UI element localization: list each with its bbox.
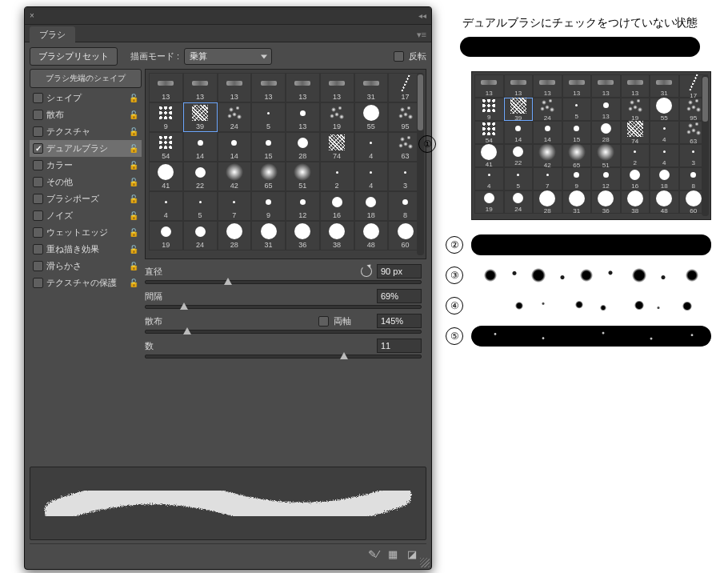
brush-cell[interactable]: 42 [218,162,252,191]
brush-cell[interactable]: 18 [354,191,389,221]
brush-cell[interactable]: 19 [320,102,354,132]
lock-icon[interactable]: 🔓 [129,178,138,186]
panel-menu-icon[interactable]: ▾≡ [417,30,431,40]
brush-cell[interactable]: 19 [149,221,183,250]
option-10[interactable]: 滑らかさ🔓 [30,258,142,274]
resize-handle[interactable] [420,558,430,567]
brush-cell[interactable]: 39 [183,102,218,132]
brush-cell[interactable]: 4 [354,132,389,162]
option-checkbox[interactable] [33,160,43,170]
option-1[interactable]: 散布🔓 [30,106,142,123]
spacing-slider[interactable] [145,305,422,309]
brush-cell[interactable]: 4 [149,191,183,221]
brush-cell[interactable]: 9 [149,102,183,132]
option-checkbox[interactable] [33,93,43,103]
brush-cell[interactable]: 13 [251,73,286,102]
brush-cell[interactable]: 15 [251,132,286,162]
diameter-slider[interactable] [145,280,422,284]
brush-cell[interactable]: 65 [251,162,286,191]
brush-cell[interactable]: 38 [320,221,354,250]
option-9[interactable]: 重ね描き効果🔓 [30,241,142,258]
brush-cell[interactable]: 9 [251,191,286,221]
scrollbar-thumb[interactable] [418,74,423,130]
option-3[interactable]: デュアルブラシ🔓 [30,140,142,157]
option-checkbox[interactable] [33,278,43,288]
option-checkbox[interactable] [33,194,43,204]
lock-icon[interactable]: 🔓 [129,228,138,237]
brush-cell[interactable]: 51 [286,162,320,191]
brush-cell[interactable]: 2 [320,162,354,191]
lock-icon[interactable]: 🔓 [129,262,138,270]
brush-cell[interactable]: 14 [183,132,218,162]
brush-cell[interactable]: 13 [286,102,320,132]
option-5[interactable]: その他🔓 [30,174,142,190]
brush-cell[interactable]: 14 [218,132,252,162]
diameter-reset-icon[interactable] [361,266,372,277]
brush-cell[interactable]: 54 [149,132,183,162]
brush-cell[interactable]: 13 [149,73,183,102]
brush-cell[interactable]: 5 [183,191,218,221]
option-8[interactable]: ウェットエッジ🔓 [30,224,142,241]
brush-cell[interactable]: 36 [286,221,320,250]
brush-cell[interactable]: 22 [183,162,218,191]
flip-checkbox[interactable] [394,51,404,62]
both-axes-checkbox[interactable] [318,316,329,327]
brush-cell[interactable]: 41 [149,162,183,191]
brush-cell[interactable]: 74 [320,132,354,162]
lock-icon[interactable]: 🔓 [129,194,138,203]
brush-cell[interactable]: 31 [354,73,389,102]
option-checkbox[interactable] [33,143,43,154]
lock-icon[interactable]: 🔓 [129,144,138,153]
brush-preset-button[interactable]: ブラシプリセット [30,47,118,66]
new-preset-icon[interactable]: ▦ [386,548,399,561]
option-7[interactable]: ノイズ🔓 [30,207,142,224]
scatter-slider[interactable] [145,330,422,334]
lock-icon[interactable]: 🔓 [129,245,138,254]
option-4[interactable]: カラー🔓 [30,157,142,174]
lock-icon[interactable]: 🔓 [129,211,138,220]
brush-cell[interactable]: 16 [320,191,354,221]
option-11[interactable]: テクスチャの保護🔓 [30,274,142,291]
collapse-icon[interactable]: ◂◂ [418,11,426,20]
brush-cell[interactable]: 13 [218,73,252,102]
option-0[interactable]: シェイプ🔓 [30,90,142,106]
brush-cell[interactable]: 13 [286,73,320,102]
count-field[interactable] [377,339,422,353]
brush-tip-shape-button[interactable]: ブラシ先端のシェイプ [30,69,142,88]
diameter-field[interactable] [377,264,422,278]
toggle-preview-icon[interactable]: ✎⁄ [367,548,380,561]
lock-icon[interactable]: 🔓 [129,94,138,102]
grid-scrollbar[interactable] [417,73,424,255]
brush-cell[interactable]: 13 [320,73,354,102]
brush-cell[interactable]: 24 [183,221,218,250]
lock-icon[interactable]: 🔓 [129,127,138,136]
lock-icon[interactable]: 🔓 [129,278,138,287]
close-icon[interactable]: × [30,11,34,20]
option-checkbox[interactable] [33,261,43,271]
option-2[interactable]: テクスチャ🔓 [30,123,142,140]
option-checkbox[interactable] [33,227,43,238]
brush-cell[interactable]: 28 [218,221,252,250]
brush-cell[interactable]: 12 [286,191,320,221]
option-checkbox[interactable] [33,110,43,120]
brush-cell[interactable]: 31 [251,221,286,250]
option-6[interactable]: ブラシポーズ🔓 [30,190,142,207]
option-checkbox[interactable] [33,244,43,254]
brush-cell[interactable]: 7 [218,191,252,221]
lock-icon[interactable]: 🔓 [129,161,138,170]
blend-mode-select[interactable]: 乗算 [184,48,272,65]
snap-icon[interactable]: ◪ [406,548,418,561]
brush-cell[interactable]: 24 [218,102,252,132]
option-checkbox[interactable] [33,177,43,187]
tab-brush[interactable]: ブラシ [30,26,75,43]
option-checkbox[interactable] [33,210,43,221]
spacing-field[interactable] [377,289,422,303]
count-slider[interactable] [145,355,422,359]
brush-cell[interactable]: 48 [354,221,389,250]
option-checkbox[interactable] [33,126,43,137]
brush-cell[interactable]: 28 [286,132,320,162]
brush-cell[interactable]: 13 [183,73,218,102]
lock-icon[interactable]: 🔓 [129,110,138,119]
scatter-field[interactable] [377,314,422,328]
brush-cell[interactable]: 4 [354,162,389,191]
